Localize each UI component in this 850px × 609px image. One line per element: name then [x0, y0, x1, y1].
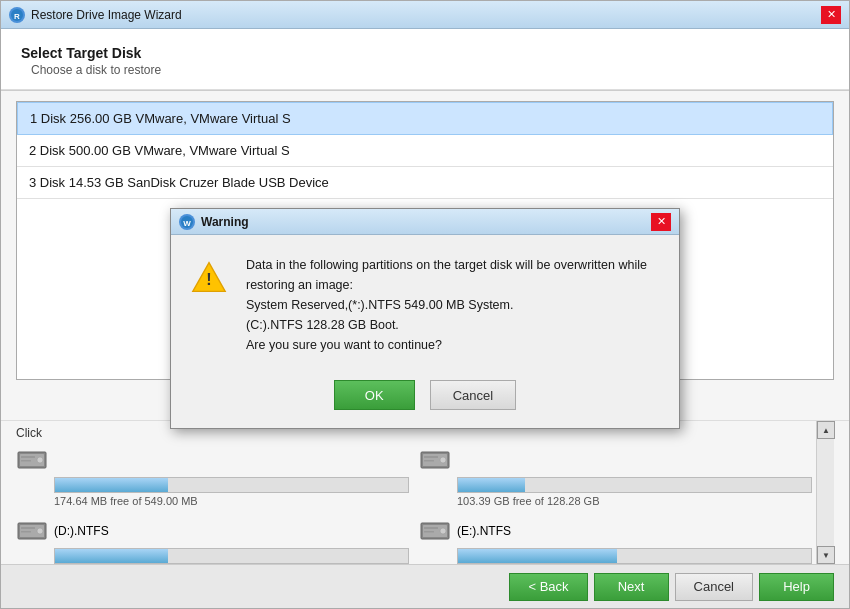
svg-text:W: W	[183, 218, 191, 227]
dialog-ok-button[interactable]: OK	[334, 380, 415, 410]
title-bar: R Restore Drive Image Wizard ✕	[1, 1, 849, 29]
warning-dialog: W Warning ✕ ! Data in the following part…	[170, 208, 680, 429]
dialog-buttons: OK Cancel	[171, 370, 679, 428]
window-close-button[interactable]: ✕	[821, 6, 841, 24]
warning-icon-container: !	[191, 255, 231, 355]
svg-text:!: !	[206, 270, 211, 288]
dialog-title-bar: W Warning ✕	[171, 209, 679, 235]
dialog-title: Warning	[201, 215, 651, 229]
warning-triangle-icon: !	[191, 259, 227, 295]
dialog-message: Data in the following partitions on the …	[246, 255, 659, 355]
dialog-content: ! Data in the following partitions on th…	[171, 235, 679, 370]
svg-text:R: R	[14, 11, 20, 20]
window-title: Restore Drive Image Wizard	[31, 8, 821, 22]
dialog-cancel-button[interactable]: Cancel	[430, 380, 516, 410]
app-icon: R	[9, 7, 25, 23]
dialog-overlay: W Warning ✕ ! Data in the following part…	[0, 28, 850, 609]
dialog-icon: W	[179, 214, 195, 230]
dialog-close-button[interactable]: ✕	[651, 213, 671, 231]
